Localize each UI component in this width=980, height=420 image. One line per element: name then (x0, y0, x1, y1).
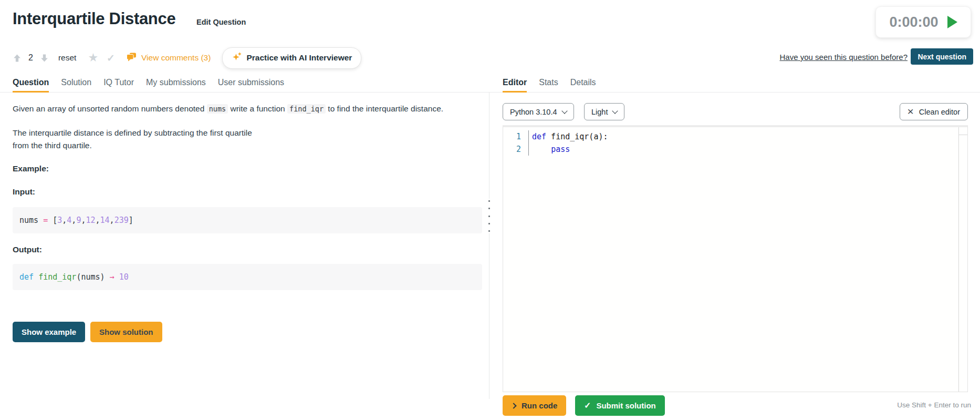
check-icon: ✓ (584, 401, 591, 411)
view-comments-label: View comments (3) (141, 53, 211, 63)
inline-code-find-iqr: find_iqr (287, 104, 326, 114)
code-line: 2 pass (503, 143, 958, 156)
language-select-value: Python 3.10.4 (510, 108, 557, 116)
run-code-button[interactable]: Run code (503, 395, 566, 416)
tab-question[interactable]: Question (13, 78, 49, 93)
favorite-star-icon[interactable]: ★ (88, 52, 98, 64)
question-action-row: 2 reset ★ ✓ View comments (3) (13, 48, 361, 67)
downvote-arrow-icon[interactable] (40, 54, 49, 63)
editor-scrollbar[interactable] (958, 127, 967, 392)
app-root: Interquartile Distance Edit Question 0:0… (0, 0, 980, 420)
tab-bar: Question Solution IQ Tutor My submission… (0, 77, 980, 93)
panel-resize-handle[interactable] (485, 199, 493, 233)
editor-scroll-corner (959, 127, 967, 135)
show-example-button[interactable]: Show example (13, 322, 85, 342)
input-label: Input: (13, 187, 35, 197)
shortcut-hint: Use Shift + Enter to run (897, 401, 971, 409)
sparkles-icon (232, 52, 242, 64)
line-number: 2 (503, 143, 528, 156)
submit-solution-button[interactable]: ✓ Submit solution (575, 395, 665, 416)
chevron-down-icon (612, 108, 618, 114)
code-editor[interactable]: 1 def find_iqr(a): 2 pass (503, 125, 968, 392)
tab-user-submissions[interactable]: User submissions (218, 78, 284, 93)
reset-link[interactable]: reset (58, 53, 76, 63)
clean-editor-label: Clean editor (919, 108, 960, 116)
comments-icon (127, 53, 137, 64)
tab-iq-tutor[interactable]: IQ Tutor (103, 78, 134, 93)
clean-editor-button[interactable]: × Clean editor (900, 103, 968, 120)
output-label: Output: (13, 245, 42, 254)
output-code-block: def find_iqr(nums) → 10 (13, 264, 482, 290)
inline-code-nums: nums (207, 104, 228, 114)
language-select[interactable]: Python 3.10.4 (503, 103, 574, 120)
theme-select[interactable]: Light (584, 103, 624, 120)
play-icon[interactable] (947, 16, 957, 28)
vote-count: 2 (28, 53, 33, 63)
input-code-block: nums = [3,4,9,12,14,239] (13, 207, 482, 233)
practice-ai-label: Practice with AI Interviewer (246, 53, 352, 63)
tab-details[interactable]: Details (570, 78, 596, 93)
show-solution-button[interactable]: Show solution (90, 322, 162, 342)
mark-complete-icon[interactable]: ✓ (107, 53, 115, 63)
upvote-arrow-icon[interactable] (13, 54, 22, 63)
timer-card: 0:00:00 (875, 6, 971, 38)
code-line: 1 def find_iqr(a): (503, 130, 958, 143)
run-code-label: Run code (522, 401, 557, 410)
chevron-right-icon (510, 403, 516, 408)
question-tabs: Question Solution IQ Tutor My submission… (13, 78, 284, 93)
question-paragraph-1: Given an array of unsorted random number… (13, 104, 443, 114)
timer-value: 0:00:00 (889, 14, 938, 30)
chevron-down-icon (561, 108, 567, 114)
page-title: Interquartile Distance (13, 9, 175, 28)
edit-question-link[interactable]: Edit Question (196, 18, 246, 26)
seen-before-link[interactable]: Have you seen this question before? (780, 53, 908, 62)
tab-solution[interactable]: Solution (61, 78, 91, 93)
line-number: 1 (503, 130, 528, 143)
close-icon: × (908, 107, 914, 116)
practice-ai-interviewer-button[interactable]: Practice with AI Interviewer (222, 47, 361, 69)
tab-my-submissions[interactable]: My submissions (146, 78, 206, 93)
tab-editor[interactable]: Editor (503, 78, 527, 93)
submit-solution-label: Submit solution (596, 401, 655, 410)
example-label: Example: (13, 164, 49, 173)
theme-select-value: Light (591, 108, 608, 116)
question-paragraph-2: The interquartile distance is defined by… (13, 127, 252, 152)
next-question-button[interactable]: Next question (911, 48, 973, 65)
view-comments-link[interactable]: View comments (3) (127, 53, 211, 64)
code-editor-content: 1 def find_iqr(a): 2 pass (503, 130, 958, 156)
editor-tabs: Editor Stats Details (503, 78, 596, 93)
panel-divider (489, 93, 489, 399)
tab-stats[interactable]: Stats (539, 78, 558, 93)
